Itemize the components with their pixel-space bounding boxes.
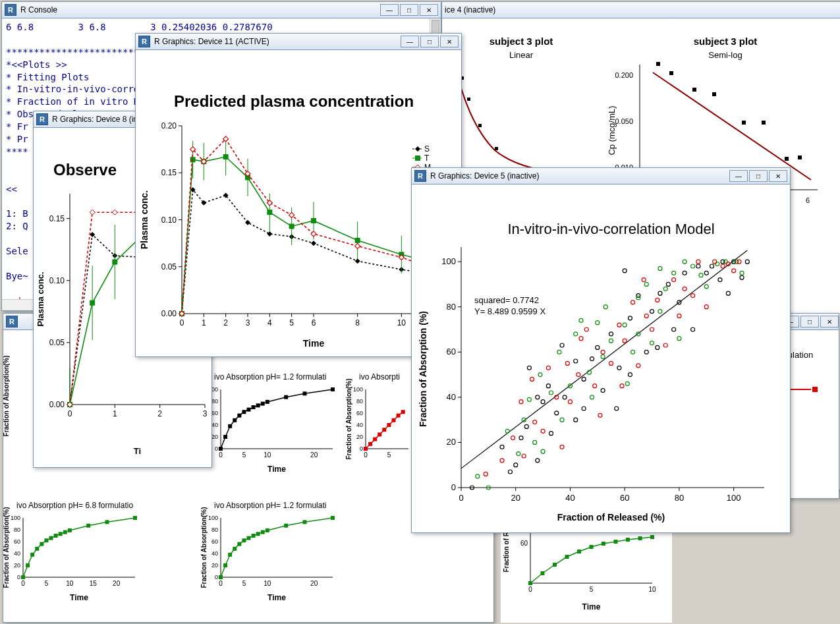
svg-text:0: 0 [459,493,463,503]
svg-text:80: 80 [211,398,218,405]
svg-point-275 [514,463,518,467]
svg-text:0: 0 [364,451,368,459]
svg-point-349 [658,266,662,270]
r-icon: R [414,170,426,182]
svg-point-289 [574,359,578,363]
svg-rect-223 [267,210,272,215]
maximize-button[interactable]: □ [400,4,418,16]
svg-point-361 [484,472,488,476]
svg-point-288 [574,418,578,422]
svg-point-310 [691,327,695,331]
svg-text:4: 4 [267,318,272,327]
svg-point-351 [672,271,676,275]
svg-point-291 [582,377,586,381]
svg-point-300 [628,373,632,377]
svg-point-384 [631,300,635,304]
titlebar[interactable]: R R Graphics: Device 11 (ACTIVE) — □ ✕ [136,34,461,50]
svg-text:3: 3 [246,318,250,327]
svg-point-386 [644,314,648,318]
titlebar[interactable]: ice 4 (inactive) [442,2,840,18]
svg-point-298 [623,269,627,273]
svg-text:60: 60 [620,493,629,503]
svg-text:Time: Time [70,593,88,602]
svg-point-329 [557,350,561,354]
svg-text:0.15: 0.15 [161,168,177,177]
svg-point-348 [658,310,662,314]
close-button[interactable]: ✕ [420,4,438,16]
minimize-button[interactable]: — [729,170,748,182]
svg-text:0.20: 0.20 [161,121,177,130]
close-button[interactable]: ✕ [769,170,787,182]
svg-text:2: 2 [223,318,228,327]
svg-point-322 [505,429,509,433]
svg-text:ivo Absorption pH= 1.2 formula: ivo Absorption pH= 1.2 formulati [214,372,326,382]
maximize-button[interactable]: □ [800,316,819,327]
svg-rect-9 [669,71,673,75]
r-icon: R [6,316,18,327]
svg-point-319 [745,260,749,264]
svg-text:60: 60 [211,410,218,416]
svg-point-356 [704,285,708,289]
svg-text:0.200: 0.200 [615,71,633,79]
svg-text:8: 8 [355,318,360,327]
svg-point-373 [568,400,572,404]
svg-text:0.10: 0.10 [49,276,65,285]
svg-text:3: 3 [203,409,208,418]
svg-point-283 [527,366,531,370]
minimize-button[interactable]: — [401,36,419,47]
svg-rect-1 [467,98,470,101]
svg-rect-10 [692,88,696,92]
svg-text:5: 5 [289,318,294,327]
svg-text:0: 0 [180,318,184,327]
svg-text:0: 0 [215,574,218,581]
svg-text:5: 5 [590,586,594,593]
svg-point-369 [546,366,550,370]
svg-text:60: 60 [520,540,528,547]
svg-text:1: 1 [202,318,206,327]
svg-text:10: 10 [264,580,271,587]
svg-point-285 [555,411,559,415]
svg-point-292 [590,357,594,361]
svg-rect-172 [90,300,95,306]
svg-text:20: 20 [14,562,20,569]
svg-text:0: 0 [219,580,223,587]
svg-point-354 [691,264,695,268]
svg-point-353 [683,260,686,264]
semilog-points [656,62,802,161]
svg-rect-13 [762,121,766,125]
svg-text:60: 60 [211,538,218,545]
svg-point-274 [508,470,512,474]
svg-point-284 [546,384,550,388]
svg-text:Time: Time [267,465,286,474]
svg-text:5: 5 [242,451,246,459]
svg-text:10: 10 [648,586,656,593]
svg-point-355 [699,273,703,277]
svg-text:Predicted plasma concentration: Predicted plasma concentration [174,92,414,110]
svg-text:0: 0 [219,451,223,459]
svg-text:60: 60 [356,410,363,416]
svg-text:0.050: 0.050 [615,117,633,125]
svg-text:20: 20 [211,562,218,569]
svg-rect-14 [785,157,789,161]
fit-line [653,72,811,180]
svg-text:Fraction of Absorption(%): Fraction of Absorption(%) [3,507,10,588]
window-device-5[interactable]: R R Graphics: Device 5 (inactive) — □ ✕ … [411,167,791,533]
titlebar[interactable]: R R Graphics: Device 5 (inactive) — □ ✕ [412,168,790,184]
svg-text:5: 5 [242,580,246,587]
svg-rect-229 [355,238,360,243]
maximize-button[interactable]: □ [420,36,439,47]
maximize-button[interactable]: □ [749,170,768,182]
close-button[interactable]: ✕ [440,36,459,47]
close-button[interactable]: ✕ [820,316,839,327]
svg-point-392 [677,314,681,318]
titlebar[interactable]: R R Console — □ ✕ [2,2,441,18]
svg-point-385 [636,364,640,368]
svg-text:5: 5 [45,580,49,587]
svg-rect-3 [495,147,498,150]
minimize-button[interactable]: — [380,4,399,16]
svg-text:0: 0 [17,574,20,581]
svg-text:0: 0 [360,445,363,452]
svg-point-342 [625,382,629,385]
svg-point-299 [628,316,632,320]
svg-text:80: 80 [14,526,20,533]
